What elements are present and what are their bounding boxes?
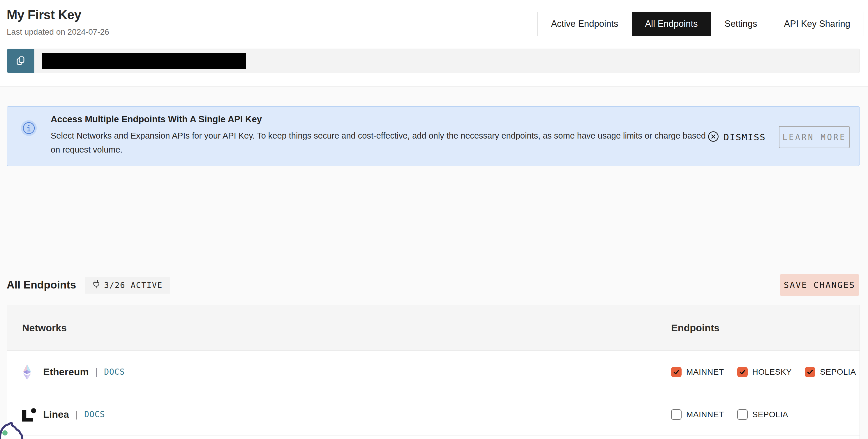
checkbox[interactable] <box>671 409 682 420</box>
section-title: All Endpoints <box>7 279 76 291</box>
checkbox[interactable] <box>671 367 682 377</box>
network-name: Linea <box>43 409 69 420</box>
tab-bar: Active Endpoints All Endpoints Settings … <box>537 12 864 36</box>
dismiss-button[interactable]: DISMISS <box>708 131 766 143</box>
banner-text: Access Multiple Endpoints With A Single … <box>51 114 715 157</box>
column-header-networks: Networks <box>22 305 67 350</box>
save-changes-button[interactable]: SAVE CHANGES <box>780 274 859 296</box>
table-row: Linea | DOCS MAINNET SEPOLIA <box>7 393 860 436</box>
tab-settings[interactable]: Settings <box>711 12 771 36</box>
table-row: Ethereum | DOCS MAINNET HOLESKY SEPOLIA <box>7 351 860 393</box>
active-count-label: 3/26 ACTIVE <box>104 281 162 290</box>
redacted-api-key <box>42 53 246 69</box>
checkbox[interactable] <box>737 409 748 420</box>
network-icon <box>22 408 43 421</box>
page-header: My First Key Last updated on 2024-07-26 … <box>0 0 868 87</box>
page-title: My First Key <box>7 7 81 22</box>
docs-link[interactable]: DOCS <box>84 410 105 419</box>
tab-all-endpoints[interactable]: All Endpoints <box>632 12 711 36</box>
endpoint-checkboxes: MAINNET AMOY <box>671 436 777 439</box>
info-banner: Access Multiple Endpoints With A Single … <box>7 106 860 166</box>
column-header-endpoints: Endpoints <box>671 305 719 350</box>
endpoint-checkboxes: MAINNET HOLESKY SEPOLIA <box>671 351 856 393</box>
checkbox[interactable] <box>805 367 815 377</box>
divider: | <box>95 367 98 377</box>
endpoint-label: SEPOLIA <box>752 410 788 419</box>
table-header-row: Networks Endpoints <box>7 305 860 351</box>
network-cell: Ethereum | DOCS <box>7 351 125 393</box>
docs-link[interactable]: DOCS <box>104 367 125 377</box>
plug-icon <box>92 280 100 290</box>
banner-body: Select Networks and Expansion APIs for y… <box>51 129 712 157</box>
learn-more-button[interactable]: LEARN MORE <box>779 126 850 148</box>
main-content: Access Multiple Endpoints With A Single … <box>0 87 868 439</box>
dismiss-x-circle-icon <box>708 131 719 143</box>
active-count-badge: 3/26 ACTIVE <box>85 277 170 294</box>
network-name: Ethereum <box>43 366 89 378</box>
copy-api-key-button[interactable] <box>7 49 34 73</box>
networks-table: Networks Endpoints Ethereum | DOCS MAINN… <box>7 305 860 439</box>
banner-title: Access Multiple Endpoints With A Single … <box>51 114 715 125</box>
tab-api-key-sharing[interactable]: API Key Sharing <box>771 12 864 36</box>
table-row: Polygon | DOCS MAINNET AMOY <box>7 436 860 439</box>
endpoint-label: HOLESKY <box>752 367 792 377</box>
endpoint-option[interactable]: MAINNET <box>671 409 724 420</box>
all-endpoints-header-row: All Endpoints 3/26 ACTIVE SAVE CHANGES <box>7 274 859 296</box>
endpoint-label: MAINNET <box>686 367 724 377</box>
api-key-bar <box>7 48 860 73</box>
endpoint-checkboxes: MAINNET SEPOLIA <box>671 393 788 436</box>
divider: | <box>75 409 78 420</box>
endpoint-option[interactable]: HOLESKY <box>737 367 792 377</box>
endpoint-label: SEPOLIA <box>820 367 856 377</box>
endpoint-option[interactable]: MAINNET <box>671 367 724 377</box>
endpoint-label: MAINNET <box>686 410 724 419</box>
endpoint-option[interactable]: SEPOLIA <box>737 409 788 420</box>
network-table-body: Ethereum | DOCS MAINNET HOLESKY SEPOLIA … <box>7 351 860 439</box>
chat-widget-button[interactable] <box>0 421 30 439</box>
endpoint-option[interactable]: SEPOLIA <box>805 367 856 377</box>
info-icon <box>21 120 37 136</box>
copy-icon <box>15 55 27 67</box>
checkbox[interactable] <box>737 367 748 377</box>
dismiss-label: DISMISS <box>723 132 766 142</box>
last-updated-text: Last updated on 2024-07-26 <box>7 27 109 37</box>
tab-active-endpoints[interactable]: Active Endpoints <box>538 12 632 36</box>
network-icon <box>22 364 43 380</box>
